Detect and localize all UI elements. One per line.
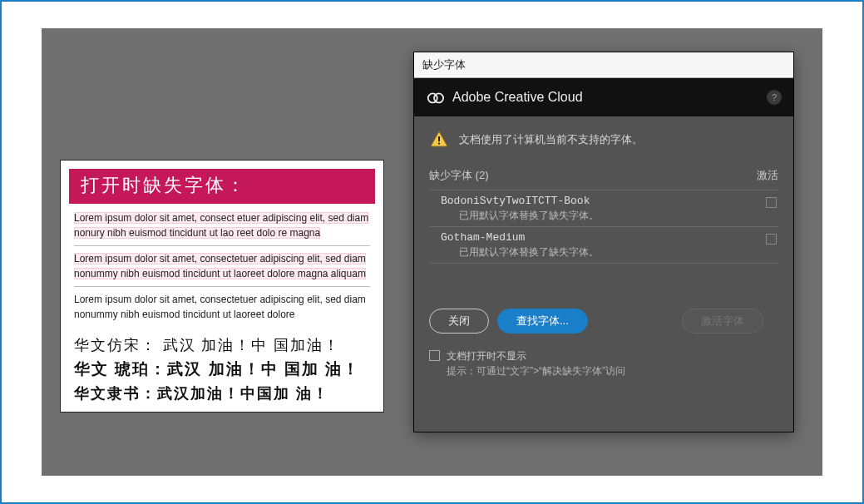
font-name: Gotham-Medium [441,231,777,244]
font-status: 已用默认字体替换了缺失字体。 [459,245,777,259]
font-item[interactable]: Gotham-Medium 已用默认字体替换了缺失字体。 [429,226,778,263]
hint-text: 提示：可通过“文字”>“解决缺失字体”访问 [447,364,778,378]
document-preview: 打开时缺失字体： Lorem ipsum dolor sit amet, con… [60,160,384,413]
svg-rect-2 [438,136,440,141]
doc-cjk-line-3: 华文隶书：武汉加油！中国加 油！ [61,382,383,405]
dialog-body: 文档使用了计算机当前不支持的字体。 缺少字体 (2) 激活 BodoniSvty… [414,116,793,432]
doc-para-3: Lorem ipsum dolor sit amet, consectetuer… [61,292,383,322]
adobe-header-text: Adobe Creative Cloud [452,90,583,105]
warning-row: 文档使用了计算机当前不支持的字体。 [429,130,778,150]
warning-icon [429,130,449,150]
missing-fonts-count: 缺少字体 (2) [429,168,489,183]
help-button[interactable]: ? [767,90,782,105]
doc-title: 打开时缺失字体： [69,169,375,204]
font-item[interactable]: BodoniSvtyTwoITCTT-Book 已用默认字体替换了缺失字体。 [429,190,778,226]
activate-fonts-button: 激活字体 [682,309,763,334]
divider [74,286,370,287]
close-button[interactable]: 关闭 [429,309,489,334]
font-status: 已用默认字体替换了缺失字体。 [459,209,777,223]
find-fonts-button[interactable]: 查找字体... [497,309,588,334]
adobe-header: Adobe Creative Cloud ? [414,78,793,116]
font-list-header: 缺少字体 (2) 激活 [429,168,778,183]
dialog-titlebar[interactable]: 缺少字体 [414,52,793,78]
dont-show-row: 文档打开时不显示 [429,348,778,364]
missing-fonts-dialog: 缺少字体 Adobe Creative Cloud ? 文档使用了计算机当前不支… [413,52,794,432]
svg-rect-3 [438,143,440,145]
dont-show-checkbox[interactable] [429,350,440,361]
divider [74,245,370,246]
activate-checkbox[interactable] [766,234,777,245]
button-row: 关闭 查找字体... 激活字体 [429,309,778,334]
font-list: BodoniSvtyTwoITCTT-Book 已用默认字体替换了缺失字体。 G… [429,190,778,264]
dont-show-label: 文档打开时不显示 [447,348,526,364]
activate-checkbox[interactable] [766,197,777,208]
doc-cjk-line-1: 华文仿宋： 武汉 加油！中 国加油！ [61,334,383,357]
doc-para-2: Lorem ipsum dolor sit amet, consectetuer… [61,251,383,281]
font-name: BodoniSvtyTwoITCTT-Book [441,195,777,207]
creative-cloud-icon [426,88,444,106]
warning-text: 文档使用了计算机当前不支持的字体。 [459,132,643,147]
activate-column-header: 激活 [757,168,778,183]
doc-para-1: Lorem ipsum dolor sit amet, consect etue… [61,210,383,240]
doc-cjk-line-2: 华文 琥珀：武汉 加油！中 国加 油！ [61,357,383,382]
